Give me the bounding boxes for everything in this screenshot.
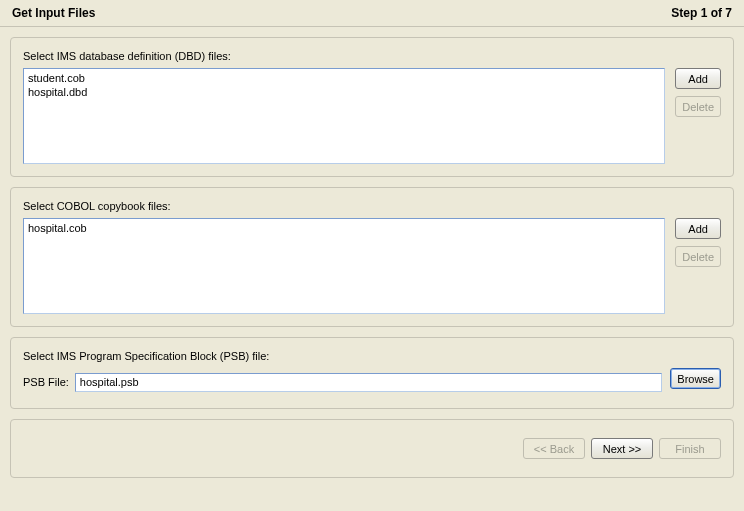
- next-button[interactable]: Next >>: [591, 438, 653, 459]
- dbd-add-button[interactable]: Add: [675, 68, 721, 89]
- psb-file-input[interactable]: [75, 373, 662, 392]
- cobol-panel: Select COBOL copybook files: hospital.co…: [10, 187, 734, 327]
- psb-panel: Select IMS Program Specification Block (…: [10, 337, 734, 409]
- cobol-listbox[interactable]: hospital.cob: [23, 218, 665, 314]
- wizard-footer: << Back Next >> Finish: [10, 419, 734, 478]
- page-title: Get Input Files: [12, 6, 95, 20]
- wizard-header: Get Input Files Step 1 of 7: [0, 0, 744, 27]
- dbd-panel: Select IMS database definition (DBD) fil…: [10, 37, 734, 177]
- back-button: << Back: [523, 438, 585, 459]
- step-indicator: Step 1 of 7: [671, 6, 732, 20]
- dbd-delete-button: Delete: [675, 96, 721, 117]
- cobol-delete-button: Delete: [675, 246, 721, 267]
- browse-button[interactable]: Browse: [670, 368, 721, 389]
- finish-button: Finish: [659, 438, 721, 459]
- psb-section-label: Select IMS Program Specification Block (…: [23, 350, 721, 362]
- dbd-listbox[interactable]: student.cob hospital.dbd: [23, 68, 665, 164]
- dbd-label: Select IMS database definition (DBD) fil…: [23, 50, 721, 62]
- cobol-add-button[interactable]: Add: [675, 218, 721, 239]
- psb-field-label: PSB File:: [23, 376, 69, 388]
- cobol-label: Select COBOL copybook files:: [23, 200, 721, 212]
